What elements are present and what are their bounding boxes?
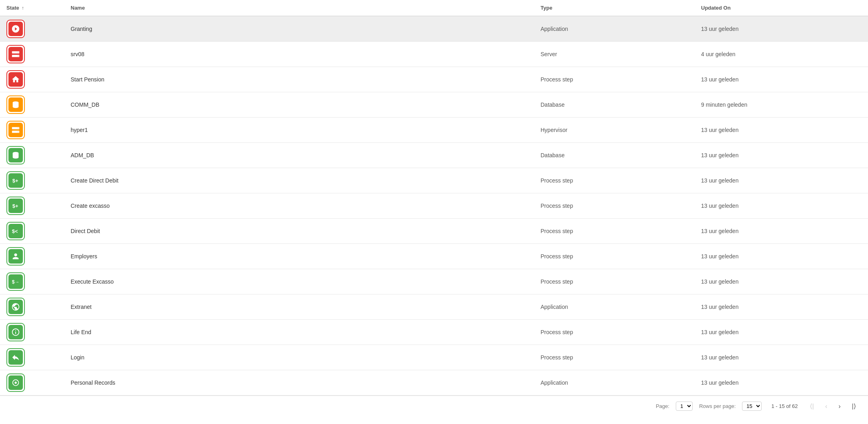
type-column-header: Type [541, 5, 701, 11]
name-cell: Execute Excasso [71, 278, 541, 285]
type-cell: Process step [541, 354, 701, 361]
updated-cell: 13 uur geleden [701, 152, 862, 158]
icon-inner [8, 97, 23, 112]
icon-wrapper: $< [6, 222, 25, 240]
name-cell: Create Direct Debit [71, 177, 541, 184]
type-cell: Process step [541, 76, 701, 83]
updated-cell: 13 uur geleden [701, 203, 862, 209]
updated-cell: 13 uur geleden [701, 127, 862, 133]
updated-cell: 13 uur geleden [701, 26, 862, 32]
icon-wrapper [6, 45, 25, 63]
table-row[interactable]: ADM_DB Database 13 uur geleden [0, 143, 868, 168]
svg-point-15 [14, 381, 17, 384]
table-row[interactable]: Life End Process step 13 uur geleden [0, 320, 868, 345]
icon-wrapper [6, 348, 25, 367]
last-page-button[interactable]: |⟩ [850, 401, 858, 412]
name-cell: Extranet [71, 304, 541, 310]
state-cell [6, 348, 71, 367]
name-cell: Life End [71, 329, 541, 335]
table-header: State ↑ Name Type Updated On [0, 0, 868, 16]
icon-inner: $+ [8, 199, 23, 213]
state-cell: $< [6, 222, 71, 240]
table-row[interactable]: srv08 Server 4 uur geleden [0, 42, 868, 67]
icon-wrapper [6, 373, 25, 392]
name-cell: srv08 [71, 51, 541, 57]
pagination-count: 1 - 15 of 62 [771, 403, 798, 409]
updated-cell: 13 uur geleden [701, 76, 862, 83]
svg-text:$<: $< [12, 228, 18, 234]
icon-inner: $→ [8, 274, 23, 289]
name-cell: Login [71, 354, 541, 361]
icon-inner: $< [8, 224, 23, 238]
icon-inner [8, 47, 23, 61]
svg-point-2 [18, 52, 19, 53]
state-label: State [6, 5, 19, 11]
table-row[interactable]: Employers Process step 13 uur geleden [0, 244, 868, 269]
icon-wrapper: $→ [6, 272, 25, 291]
name-cell: ADM_DB [71, 152, 541, 158]
updated-cell: 13 uur geleden [701, 278, 862, 285]
type-cell: Server [541, 51, 701, 57]
updated-cell: 13 uur geleden [701, 354, 862, 361]
icon-inner [8, 249, 23, 264]
type-cell: Hypervisor [541, 127, 701, 133]
updated-cell: 4 uur geleden [701, 51, 862, 57]
type-cell: Database [541, 152, 701, 158]
table-row[interactable]: Personal Records Application 13 uur gele… [0, 370, 868, 396]
state-cell [6, 121, 71, 139]
name-cell: Start Pension [71, 76, 541, 83]
updated-cell: 13 uur geleden [701, 253, 862, 260]
page-select[interactable]: 1 2 3 4 [676, 402, 693, 411]
name-column-header: Name [71, 5, 541, 11]
state-cell [6, 45, 71, 63]
icon-wrapper [6, 146, 25, 164]
table-row[interactable]: $< Direct Debit Process step 13 uur gele… [0, 219, 868, 244]
table-row[interactable]: Login Process step 13 uur geleden [0, 345, 868, 370]
type-cell: Process step [541, 278, 701, 285]
updated-cell: 9 minuten geleden [701, 101, 862, 108]
table-row[interactable]: $+ Create Direct Debit Process step 13 u… [0, 168, 868, 193]
icon-wrapper [6, 95, 25, 114]
svg-text:$+: $+ [12, 178, 18, 184]
prev-page-button[interactable]: ‹ [823, 401, 829, 412]
icon-wrapper [6, 20, 25, 38]
icon-wrapper [6, 247, 25, 266]
icon-inner [8, 22, 23, 36]
state-column-header[interactable]: State ↑ [6, 5, 71, 11]
table-row[interactable]: COMM_DB Database 9 minuten geleden [0, 92, 868, 118]
type-cell: Process step [541, 177, 701, 184]
type-cell: Application [541, 26, 701, 32]
rows-per-page-select[interactable]: 15 25 50 [742, 402, 762, 411]
state-cell [6, 95, 71, 114]
svg-text:$+: $+ [12, 203, 18, 209]
updated-cell: 13 uur geleden [701, 379, 862, 386]
type-cell: Process step [541, 253, 701, 260]
next-page-button[interactable]: › [836, 401, 843, 412]
icon-wrapper: $+ [6, 171, 25, 190]
state-cell [6, 247, 71, 266]
icon-wrapper [6, 298, 25, 316]
updated-cell: 13 uur geleden [701, 329, 862, 335]
icon-inner [8, 123, 23, 137]
table-row[interactable]: hyper1 Hypervisor 13 uur geleden [0, 118, 868, 143]
updated-cell: 13 uur geleden [701, 228, 862, 234]
svg-point-7 [18, 128, 19, 129]
table-row[interactable]: Start Pension Process step 13 uur gelede… [0, 67, 868, 92]
icon-inner [8, 350, 23, 365]
name-cell: Direct Debit [71, 228, 541, 234]
state-cell: $→ [6, 272, 71, 291]
icon-wrapper [6, 70, 25, 89]
icon-inner [8, 325, 23, 339]
updated-cell: 13 uur geleden [701, 304, 862, 310]
table-row[interactable]: $+ Create excasso Process step 13 uur ge… [0, 193, 868, 219]
table-row[interactable]: $→ Execute Excasso Process step 13 uur g… [0, 269, 868, 294]
sort-icon: ↑ [22, 5, 24, 11]
type-cell: Process step [541, 329, 701, 335]
first-page-button[interactable]: ⟨| [807, 401, 816, 412]
table-row[interactable]: Extranet Application 13 uur geleden [0, 294, 868, 320]
type-cell: Process step [541, 228, 701, 234]
svg-point-8 [18, 131, 19, 132]
table-row[interactable]: Granting Application 13 uur geleden [0, 16, 868, 42]
icon-wrapper [6, 323, 25, 341]
type-cell: Application [541, 379, 701, 386]
